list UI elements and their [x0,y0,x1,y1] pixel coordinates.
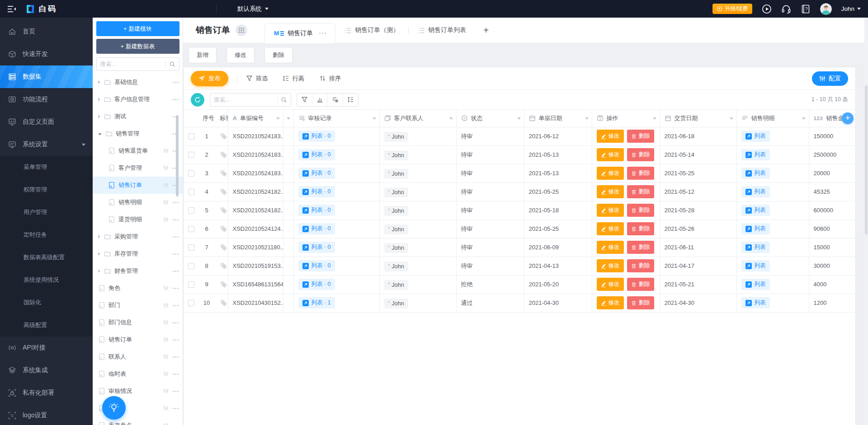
column-dropdown-icon[interactable] [449,117,453,120]
row-delete-button[interactable]: 删除 [627,241,654,254]
more-options-icon[interactable] [175,356,176,358]
sliders-icon[interactable] [163,148,169,154]
sidebar-item-cube[interactable]: 快速开发 [0,43,93,65]
sliders-icon[interactable] [163,320,169,326]
row-delete-button[interactable]: 删除 [627,278,654,291]
tree-table[interactable]: 临时表 [93,365,183,383]
tree-table[interactable]: 销售订单 [93,331,183,348]
scrollbar-thumb[interactable] [865,85,868,234]
row-delete-button[interactable]: 删除 [627,130,654,143]
sidebar-subitem[interactable]: 权限管理 [0,178,93,201]
column-dropdown-icon[interactable] [802,117,806,120]
row-height-button[interactable]: 行高 [283,75,304,83]
caret-right-icon[interactable] [98,252,100,256]
contact-chip[interactable]: John [384,169,408,179]
list-settings-icon[interactable] [327,93,343,106]
detail-list-badge[interactable]: 列表 [741,279,770,290]
caret-right-icon[interactable] [98,115,100,118]
column-dropdown-icon[interactable] [517,117,521,120]
tree-search-input[interactable] [100,61,164,67]
user-menu[interactable]: John [841,5,861,12]
tree-table[interactable]: 审核情况 [93,383,183,400]
add-column-button[interactable]: + [842,112,854,124]
more-options-icon[interactable] [175,391,176,392]
row-delete-button[interactable]: 删除 [627,222,654,235]
contact-chip[interactable]: John [384,243,408,253]
more-options-icon[interactable] [175,374,176,375]
window-scrollbar[interactable] [864,18,868,425]
sliders-icon[interactable] [163,217,169,223]
more-options-icon[interactable] [175,82,176,83]
row-height-icon[interactable] [343,93,358,106]
more-options-icon[interactable] [175,219,176,220]
detail-list-badge[interactable]: 列表 [741,242,770,253]
row-delete-button[interactable]: 删除 [627,259,654,272]
play-icon[interactable] [762,4,772,14]
row-checkbox[interactable] [188,244,194,251]
sidebar-item-layers[interactable]: 系统集成 [0,359,93,382]
header-contact[interactable]: 客户联系人 [379,110,456,127]
row-delete-button[interactable]: 删除 [627,148,654,161]
row-checkbox[interactable] [188,207,194,214]
detail-list-badge[interactable]: 列表 [741,149,770,160]
contact-chip[interactable]: John [384,150,408,160]
sliders-icon[interactable] [163,371,169,377]
tree-folder[interactable]: 基础信息 [93,74,183,91]
filter-icon[interactable] [297,93,312,106]
column-dropdown-icon[interactable] [276,117,280,120]
tree-table[interactable]: 部门 [93,297,183,314]
detail-list-badge[interactable]: 列表 [741,205,770,216]
sidebar-subitem[interactable]: 数据表高级配置 [0,246,93,269]
column-dropdown-icon[interactable] [730,117,733,120]
caret-right-icon[interactable] [98,235,100,238]
search-icon[interactable] [169,61,175,67]
audit-list-badge[interactable]: 列表 · 0 [298,131,335,142]
tree-table[interactable]: 库存盘点 [93,417,183,425]
more-options-icon[interactable] [175,408,176,409]
detail-list-badge[interactable]: 列表 [741,168,770,179]
row-checkbox[interactable] [188,263,194,269]
sidebar-item-page[interactable]: 自定义页面 [0,111,93,133]
bar-chart-icon[interactable] [312,93,327,106]
audit-list-badge[interactable]: 列表 · 0 [298,260,335,271]
new-module-button[interactable]: + 新建模块 [96,21,179,36]
row-delete-button[interactable]: 删除 [627,296,654,309]
new-table-button[interactable]: + 新建数据表 [96,39,179,54]
column-dropdown-icon[interactable] [653,117,656,120]
sidebar-subitem[interactable]: 定时任务 [0,224,93,246]
sidebar-item-logo-frame[interactable]: Glogo设置 [0,404,93,425]
sliders-icon[interactable] [163,200,169,205]
refresh-button[interactable] [191,93,204,107]
sliders-icon[interactable] [163,406,169,411]
sidebar-subitem[interactable]: 系统使用情况 [0,269,93,291]
idea-fab-button[interactable] [102,396,126,420]
contact-chip[interactable]: John [384,299,408,308]
row-edit-button[interactable]: 修改 [597,204,624,217]
sliders-icon[interactable] [163,337,169,343]
audit-list-badge[interactable]: 列表 · 0 [298,205,335,216]
add-button[interactable]: 新增 [189,47,217,63]
row-edit-button[interactable]: 修改 [597,148,624,161]
more-options-icon[interactable] [175,202,176,203]
row-checkbox[interactable] [188,189,194,195]
row-delete-button[interactable]: 删除 [627,167,654,180]
sliders-icon[interactable] [163,388,169,394]
header-status[interactable]: 状态 [456,110,524,127]
tree-folder[interactable]: 客户信息管理 [93,91,183,108]
caret-right-icon[interactable] [98,269,100,273]
audit-list-badge[interactable]: 列表 · 0 [298,186,335,197]
row-checkbox[interactable] [188,133,194,140]
sliders-icon[interactable] [163,285,169,291]
configure-button[interactable]: 配置 [812,71,848,86]
row-edit-button[interactable]: 修改 [597,259,624,272]
sidebar-item-lock[interactable]: 私有化部署 [0,382,93,404]
tab-sales-order[interactable]: M 销售订单 [264,23,335,43]
header-order-date[interactable]: 单据日期 [524,110,592,127]
more-options-icon[interactable] [175,99,176,100]
sidebar-item-api[interactable]: API对接 [0,336,93,359]
filter-button[interactable]: 筛选 [246,75,268,83]
row-delete-button[interactable]: 删除 [627,204,654,217]
column-dropdown-icon[interactable] [287,117,290,120]
more-options-icon[interactable] [175,271,176,272]
row-delete-button[interactable]: 删除 [627,185,654,198]
